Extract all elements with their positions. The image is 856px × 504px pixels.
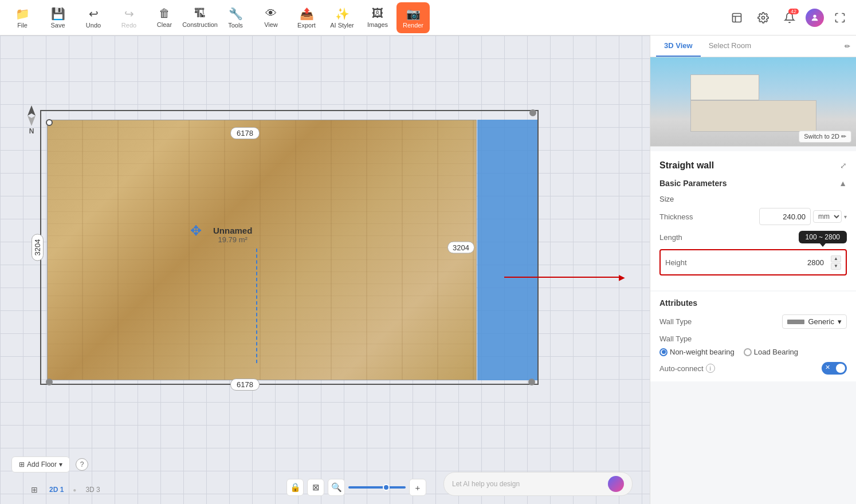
tab-select-room[interactable]: Select Room xyxy=(701,36,759,57)
length-section: Length 100 ~ 2800 xyxy=(659,231,847,243)
room-3d-back-wall xyxy=(690,74,759,100)
handle-bottom-right[interactable] xyxy=(528,379,535,385)
non-weight-bearing-radio[interactable]: Non-weight bearing xyxy=(659,348,735,356)
wall-type-value: Generic xyxy=(808,317,834,326)
auto-connect-toggle[interactable]: ✕ xyxy=(822,362,847,375)
svg-marker-4 xyxy=(28,116,36,126)
arrow-indicator: ▶ xyxy=(504,273,625,282)
save-button[interactable]: 💾 Save xyxy=(41,2,74,33)
construction-button[interactable]: 🏗 Construction xyxy=(183,2,217,33)
ai-styler-button[interactable]: ✨ AI Styler xyxy=(325,2,359,33)
radio-dot-load-bearing xyxy=(744,348,752,356)
settings-button[interactable] xyxy=(753,7,773,28)
wall-type-row-1: Wall Type Generic ▾ xyxy=(659,314,847,329)
grid-icon[interactable]: ⊞ xyxy=(29,484,40,495)
height-row: Height ▲ ▼ xyxy=(659,249,847,275)
view-button[interactable]: 👁 View xyxy=(254,2,288,33)
canvas-area[interactable]: N 6178 6178 3204 3204 ✥ Unnamed 19.7 xyxy=(0,36,650,504)
crop-icon-btn[interactable]: ⊠ xyxy=(307,479,324,496)
canvas-controls: 🔒 ⊠ 🔍 + xyxy=(286,479,426,496)
wall-type-label-1: Wall Type xyxy=(659,317,692,326)
load-bearing-radio[interactable]: Load Bearing xyxy=(744,348,798,356)
height-input[interactable] xyxy=(777,254,828,271)
zoom-out-icon-btn[interactable]: 🔍 xyxy=(328,479,345,496)
height-label: Height xyxy=(665,258,687,267)
tab-3d[interactable]: 3D 3 xyxy=(78,483,107,496)
blue-wall xyxy=(477,120,537,380)
notifications-button[interactable]: 42 xyxy=(779,7,800,28)
file-button[interactable]: 📁 File xyxy=(6,2,39,33)
fullscreen-button[interactable] xyxy=(830,7,850,28)
render-button[interactable]: 📷 Render xyxy=(396,2,430,33)
attributes-section: Attributes Wall Type Generic ▾ Wall Type… xyxy=(650,292,856,381)
clear-icon: 🗑 xyxy=(159,7,170,20)
user-avatar[interactable] xyxy=(806,9,824,27)
collapse-icon[interactable]: ▲ xyxy=(839,179,847,188)
length-tooltip-container: 100 ~ 2800 xyxy=(799,231,847,243)
add-floor-chevron-icon: ▾ xyxy=(59,460,62,468)
ai-help-button[interactable]: Let AI help you design xyxy=(443,472,633,496)
switch-to-2d-btn[interactable]: ✏ xyxy=(845,36,850,57)
thickness-input[interactable] xyxy=(759,208,811,225)
floor-texture xyxy=(47,120,477,380)
floorplan-icon-btn[interactable] xyxy=(727,7,747,28)
section-header: Straight wall ⤢ xyxy=(659,160,847,171)
wall-bearing-radio-group: Non-weight bearing Load Bearing xyxy=(659,348,847,356)
height-value-container: ▲ ▼ xyxy=(777,254,841,271)
export-button[interactable]: 📤 Export xyxy=(290,2,323,33)
tools-icon: 🔧 xyxy=(229,7,243,21)
room-3d-floor xyxy=(690,100,816,132)
tab-3d-view[interactable]: 3D View xyxy=(656,36,701,57)
move-icon: ✥ xyxy=(190,223,202,239)
toggle-x-icon: ✕ xyxy=(825,364,830,371)
save-icon: 💾 xyxy=(51,7,65,21)
thickness-row: Thickness mm cm ▾ xyxy=(659,208,847,225)
room-area: 19.79 m² xyxy=(213,235,252,244)
info-icon[interactable]: i xyxy=(706,364,715,373)
wall-type-select[interactable]: Generic ▾ xyxy=(782,314,847,329)
toggle-container: ✕ xyxy=(822,362,847,375)
thickness-label: Thickness xyxy=(659,212,693,221)
toolbar: 📁 File 💾 Save ↩ Undo ↪ Redo 🗑 Clear 🏗 Co… xyxy=(0,0,856,36)
dot-sep: ● xyxy=(73,487,76,493)
help-button[interactable]: ? xyxy=(76,458,88,471)
height-down-button[interactable]: ▼ xyxy=(831,263,841,270)
height-up-button[interactable]: ▲ xyxy=(831,255,841,262)
expand-icon[interactable]: ⤢ xyxy=(840,161,847,170)
toolbar-right: 42 xyxy=(727,7,850,28)
handle-bottom-left[interactable] xyxy=(46,379,53,385)
svg-point-2 xyxy=(813,14,816,17)
zoom-in-icon-btn[interactable]: + xyxy=(409,479,426,496)
images-button[interactable]: 🖼 Images xyxy=(361,2,394,33)
zoom-slider[interactable] xyxy=(348,486,406,489)
wall-type-chevron-icon: ▾ xyxy=(838,317,842,326)
handle-top-left[interactable] xyxy=(46,119,53,126)
auto-connect-label-container: Auto-connect i xyxy=(659,364,715,373)
main-area: N 6178 6178 3204 3204 ✥ Unnamed 19.7 xyxy=(0,36,856,504)
north-arrow: N xyxy=(23,104,40,135)
pencil-icon: ✏ xyxy=(845,42,850,50)
load-bearing-label: Load Bearing xyxy=(754,348,798,356)
view-tabs-header: 3D View Select Room ✏ xyxy=(650,36,856,57)
lock-icon-btn[interactable]: 🔒 xyxy=(286,479,304,496)
undo-button[interactable]: ↩ Undo xyxy=(77,2,110,33)
tools-button[interactable]: 🔧 Tools xyxy=(219,2,252,33)
add-floor-icon: ⊞ xyxy=(19,460,25,468)
thickness-unit-select[interactable]: mm cm xyxy=(813,210,842,223)
tab-2d[interactable]: 2D 1 xyxy=(42,483,70,496)
length-tooltip: 100 ~ 2800 xyxy=(799,231,847,243)
images-icon: 🖼 xyxy=(372,7,383,20)
length-row: Length 100 ~ 2800 xyxy=(659,231,847,243)
add-floor-button[interactable]: ⊞ Add Floor ▾ xyxy=(11,456,70,472)
handle-top-right[interactable] xyxy=(529,109,536,116)
switch-to-2d-button[interactable]: Switch to 2D ✏ xyxy=(799,131,851,143)
thickness-value-container: mm cm ▾ xyxy=(759,208,847,225)
clear-button[interactable]: 🗑 Clear xyxy=(148,2,181,33)
svg-rect-0 xyxy=(733,13,741,22)
render-icon: 📷 xyxy=(406,7,421,21)
room-container[interactable]: 6178 6178 3204 3204 ✥ Unnamed 19.79 m² xyxy=(40,110,539,385)
subsection-header: Basic Parameters ▲ xyxy=(659,179,847,188)
radio-dot-non-weight xyxy=(659,348,667,356)
redo-button[interactable]: ↪ Redo xyxy=(112,2,146,33)
canvas-bottom: ⊞ Add Floor ▾ ? xyxy=(11,456,88,472)
